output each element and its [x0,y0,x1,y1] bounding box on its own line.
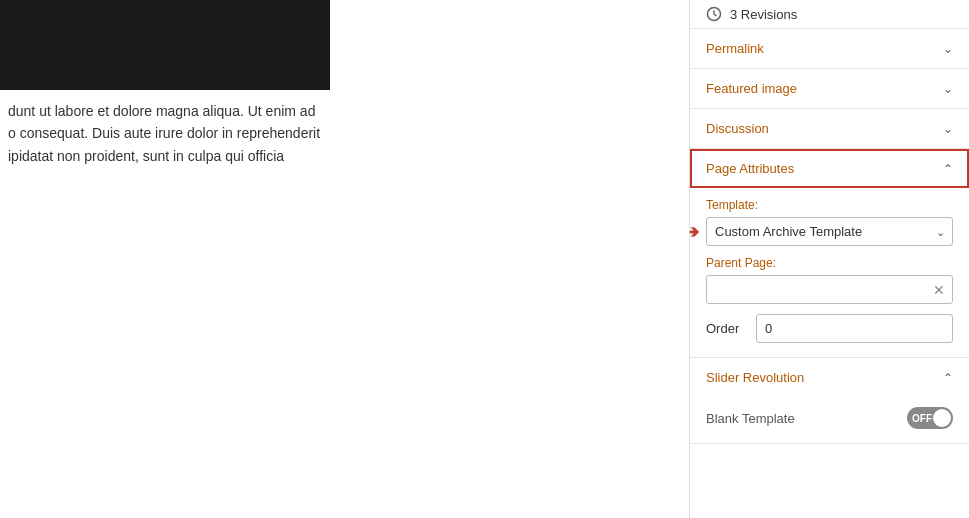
parent-page-field: Parent Page: ✕ [706,256,953,304]
featured-image-preview [0,0,330,90]
order-field: Order [706,314,953,343]
sidebar-panel: 3 Revisions Permalink ⌄ Featured image ⌄… [689,0,969,518]
template-select-wrapper: Default Template Custom Archive Template… [706,217,953,246]
discussion-header[interactable]: Discussion ⌄ [690,109,969,148]
discussion-title: Discussion [706,121,769,136]
permalink-title: Permalink [706,41,764,56]
order-input[interactable] [756,314,953,343]
permalink-section: Permalink ⌄ [690,29,969,69]
page-attributes-section: Page Attributes ⌃ Template: ➔ Default Te… [690,149,969,358]
discussion-section: Discussion ⌄ [690,109,969,149]
toggle-off-label: OFF [912,413,932,424]
template-select-container: ➔ Default Template Custom Archive Templa… [706,217,953,246]
slider-revolution-title: Slider Revolution [706,370,804,385]
featured-image-header[interactable]: Featured image ⌄ [690,69,969,108]
parent-page-label: Parent Page: [706,256,953,270]
parent-page-input-wrapper: ✕ [706,275,953,304]
slider-revolution-content: Blank Template OFF [690,397,969,443]
text-line-3: ipidatat non proident, sunt in culpa qui… [8,145,320,167]
body-text: dunt ut labore et dolore magna aliqua. U… [0,100,328,167]
blank-template-row: Blank Template OFF [706,407,953,429]
featured-image-section: Featured image ⌄ [690,69,969,109]
page-attributes-header[interactable]: Page Attributes ⌃ [690,149,969,188]
featured-image-chevron: ⌄ [943,82,953,96]
revisions-row[interactable]: 3 Revisions [690,0,969,29]
slider-revolution-chevron: ⌃ [943,371,953,385]
template-label: Template: [706,198,953,212]
toggle-knob [933,409,951,427]
parent-page-input[interactable] [706,275,953,304]
page-attributes-chevron-up: ⌃ [943,162,953,176]
template-select[interactable]: Default Template Custom Archive Template… [706,217,953,246]
permalink-header[interactable]: Permalink ⌄ [690,29,969,68]
revisions-icon [706,6,722,22]
blank-template-label: Blank Template [706,411,795,426]
main-content: dunt ut labore et dolore magna aliqua. U… [0,0,689,518]
template-field: Template: ➔ Default Template Custom Arch… [706,198,953,246]
discussion-chevron: ⌄ [943,122,953,136]
permalink-chevron: ⌄ [943,42,953,56]
featured-image-title: Featured image [706,81,797,96]
page-attributes-title: Page Attributes [706,161,794,176]
text-line-1: dunt ut labore et dolore magna aliqua. U… [8,100,320,122]
revisions-label: 3 Revisions [730,7,797,22]
order-label: Order [706,321,746,336]
page-attributes-content: Template: ➔ Default Template Custom Arch… [690,188,969,357]
text-line-2: o consequat. Duis aute irure dolor in re… [8,122,320,144]
slider-revolution-header[interactable]: Slider Revolution ⌃ [690,358,969,397]
blank-template-toggle[interactable]: OFF [907,407,953,429]
parent-page-clear-icon[interactable]: ✕ [933,282,945,298]
slider-revolution-section: Slider Revolution ⌃ Blank Template OFF [690,358,969,444]
arrow-indicator: ➔ [689,221,699,243]
